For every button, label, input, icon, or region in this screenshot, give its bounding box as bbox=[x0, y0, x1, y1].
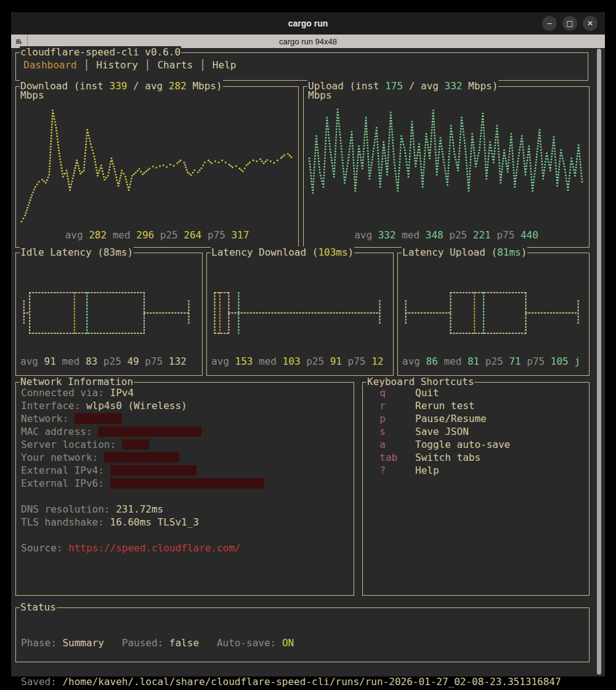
stat-label: p75 bbox=[491, 229, 521, 241]
stat-value: 86 bbox=[426, 355, 438, 367]
tab-charts[interactable]: Charts bbox=[157, 59, 193, 71]
status-token: Paused: bbox=[122, 637, 169, 649]
blank-line bbox=[21, 490, 351, 503]
network-info-label: Source: bbox=[21, 542, 68, 554]
network-info-row: Connected via: IPv4 bbox=[21, 386, 351, 399]
shortcut-action: Toggle auto-save bbox=[415, 439, 510, 450]
stat-label: p25 bbox=[301, 355, 330, 367]
network-info-row: DNS resolution: 231.72ms bbox=[21, 503, 351, 516]
shortcut-key: q bbox=[379, 386, 415, 399]
terminal-scrollbar[interactable] bbox=[597, 49, 601, 675]
idle-latency-value: 83ms bbox=[103, 246, 128, 258]
network-info-row: Your network: bbox=[21, 451, 351, 464]
shortcut-row: rRerun test bbox=[368, 399, 586, 412]
network-info-value: IPv4 bbox=[110, 387, 134, 399]
window-title: cargo run bbox=[288, 18, 328, 28]
chevron-down-icon: ▾ bbox=[20, 41, 22, 46]
tab-dashboard[interactable]: Dashboard bbox=[23, 59, 77, 71]
maximize-icon: □ bbox=[566, 19, 573, 28]
status-token bbox=[199, 637, 217, 649]
stat-value: 153 bbox=[235, 355, 253, 367]
network-info-value: 16.60ms TLSv1_3 bbox=[110, 516, 200, 528]
minimize-button[interactable]: − bbox=[542, 16, 557, 31]
shortcut-key: tab bbox=[379, 451, 415, 464]
shortcut-row: aToggle auto-save bbox=[368, 438, 586, 451]
minimize-icon: − bbox=[546, 19, 553, 28]
network-info-panel: Network Information Connected via: IPv4I… bbox=[15, 382, 354, 596]
stat-value: 103 bbox=[283, 355, 301, 367]
latency-upload-panel: Latency Upload (81ms) avg 86 med 81 p25 … bbox=[397, 253, 590, 376]
redacted-value bbox=[98, 426, 201, 437]
source-url-link[interactable]: https://speed.cloudflare.com/ bbox=[68, 542, 240, 554]
stat-label: med bbox=[253, 355, 282, 367]
terminal-tab-title[interactable]: cargo run 94x48 bbox=[279, 37, 337, 46]
keyboard-shortcut-rows: qQuitrRerun testpPause/ResumesSave JSONa… bbox=[368, 386, 586, 477]
latency-download-panel: Latency Download (103ms) avg 153 med 103… bbox=[206, 253, 394, 376]
app-header-panel: cloudflare-speed-cli v0.6.0 Dashboard│Hi… bbox=[15, 52, 588, 81]
stat-value: 91 bbox=[44, 355, 56, 367]
shortcut-row: ?Help bbox=[368, 464, 586, 477]
idle-latency-panel-title: Idle Latency (83ms) bbox=[20, 246, 134, 259]
redacted-value bbox=[110, 465, 197, 476]
stat-label: avg bbox=[211, 355, 235, 367]
download-panel-title: Download (inst 339 / avg 282 Mbps) bbox=[20, 80, 223, 92]
network-info-rows: Connected via: IPv4Interface: wlp4s0 (Wi… bbox=[21, 386, 351, 554]
tab-help[interactable]: Help bbox=[213, 59, 237, 71]
network-info-label: Network: bbox=[21, 413, 75, 424]
network-info-label: DNS resolution: bbox=[21, 503, 116, 515]
stat-value: 132 bbox=[169, 355, 187, 367]
tab-history[interactable]: History bbox=[96, 59, 137, 71]
close-button[interactable]: ✕ bbox=[583, 16, 598, 31]
status-token: ON bbox=[282, 637, 294, 649]
network-info-value: 231.72ms bbox=[116, 503, 163, 515]
network-info-label: External IPv6: bbox=[21, 477, 110, 489]
shortcut-action: Quit bbox=[415, 387, 439, 399]
stat-label: p25 bbox=[97, 355, 127, 367]
network-info-label: Server location: bbox=[21, 439, 122, 450]
stat-label: p75 bbox=[139, 355, 169, 367]
window-titlebar[interactable]: cargo run − □ ✕ bbox=[11, 12, 605, 34]
network-info-row: TLS handshake: 16.60ms TLSv1_3 bbox=[21, 516, 351, 529]
latency-download-value: 103ms bbox=[318, 246, 347, 258]
terminal-content: cloudflare-speed-cli v0.6.0 Dashboard│Hi… bbox=[11, 48, 605, 676]
upload-stats: avg 332 med 348 p25 221 p75 440 bbox=[304, 229, 589, 241]
shortcut-action: Pause/Resume bbox=[415, 413, 487, 424]
stat-label: avg bbox=[354, 229, 378, 241]
terminal-window: cargo run − □ ✕ ⊞▾ cargo run 94x48 cloud… bbox=[11, 12, 605, 676]
keyboard-shortcuts-panel: Keyboard Shortcuts qQuitrRerun testpPaus… bbox=[362, 382, 590, 596]
upload-unit-label: Mbps bbox=[308, 89, 332, 101]
redacted-value bbox=[75, 413, 122, 424]
network-info-label: Your network: bbox=[21, 452, 104, 463]
network-info-label: MAC address: bbox=[21, 426, 98, 437]
latency-download-stats: avg 153 med 103 p25 91 p75 12 bbox=[207, 355, 393, 367]
stat-value: 105 bbox=[551, 355, 569, 367]
network-info-row: External IPv4: bbox=[21, 464, 351, 477]
stat-value: 49 bbox=[127, 355, 139, 367]
latency-download-boxplot bbox=[210, 285, 389, 341]
status-token bbox=[104, 637, 122, 649]
maximize-button[interactable]: □ bbox=[562, 16, 577, 31]
stat-value: 282 bbox=[89, 229, 107, 241]
upload-avg-value: 332 bbox=[445, 80, 463, 92]
shortcut-key: a bbox=[379, 438, 415, 451]
network-info-row: MAC address: bbox=[21, 425, 351, 438]
network-info-label: External IPv4: bbox=[21, 465, 110, 476]
shortcut-key: r bbox=[379, 399, 415, 412]
tab-separator: │ bbox=[200, 59, 206, 71]
stat-value: 221 bbox=[473, 229, 491, 241]
idle-latency-stats: avg 91 med 83 p25 49 p75 132 bbox=[16, 355, 202, 367]
idle-latency-boxplot bbox=[19, 285, 198, 341]
status-token: Auto-save: bbox=[217, 637, 282, 649]
stat-value: j bbox=[574, 355, 580, 367]
network-info-row: Server location: bbox=[21, 438, 351, 451]
tab-separator: │ bbox=[84, 59, 90, 71]
network-info-label: Interface: bbox=[21, 400, 86, 412]
redacted-value bbox=[104, 452, 179, 463]
shortcut-row: tabSwitch tabs bbox=[368, 451, 586, 464]
shortcut-action: Rerun test bbox=[415, 400, 474, 412]
stat-value: 296 bbox=[136, 229, 154, 241]
stat-value: 264 bbox=[184, 229, 201, 241]
stat-value: 71 bbox=[509, 355, 521, 367]
download-avg-value: 282 bbox=[169, 80, 187, 92]
shortcut-key: ? bbox=[379, 464, 415, 477]
